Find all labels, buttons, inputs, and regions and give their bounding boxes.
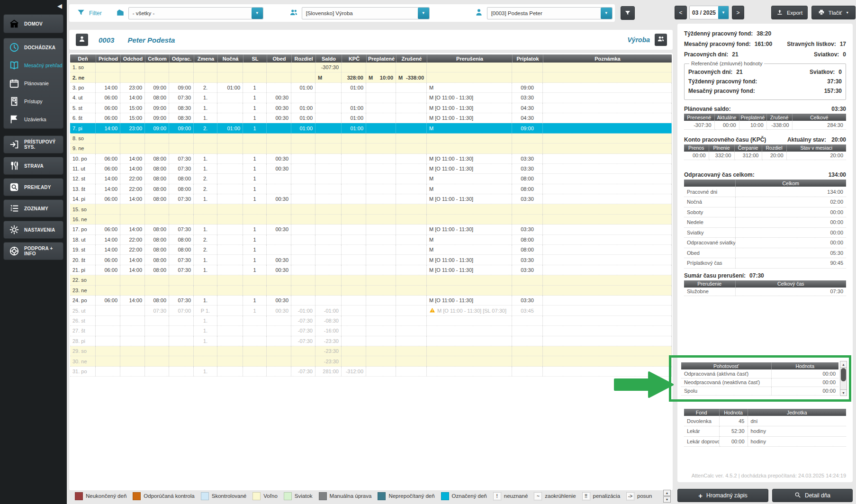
column-header-ce[interactable]: Celkom [145, 54, 169, 63]
day-row[interactable]: 24. po06:0014:0008:0007:301.100:30M [O 1… [70, 296, 672, 306]
sidebar-item-book[interactable]: Mesačný prehľad [4, 56, 63, 74]
day-row[interactable]: 19. st14:0022:0008:0008:002.1M08:00 [70, 245, 672, 255]
column-header-zm[interactable]: Zmena [194, 54, 217, 63]
sidebar-item-search[interactable]: PREHĽADY [3, 178, 63, 196]
chevron-down-icon[interactable]: ▼ [601, 8, 612, 19]
day-row[interactable]: 9. ne [70, 144, 672, 153]
cell-ob: 00:30 [267, 103, 291, 113]
prev-month-button[interactable]: < [675, 6, 687, 19]
cell-ce: 08:00 [145, 154, 169, 163]
day-row[interactable]: 30. ne-23:30 [70, 356, 672, 366]
sidebar-item-support[interactable]: PODPORA + INFO [3, 242, 63, 260]
day-row[interactable]: 26. st1.-07:30-08:30 [70, 316, 672, 326]
day-row[interactable]: 16. ne [70, 215, 672, 225]
printer-icon [818, 9, 825, 17]
sidebar-item-gear[interactable]: NASTAVENIA [3, 221, 63, 239]
column-header-d[interactable]: Deň [70, 54, 96, 63]
day-row[interactable]: 18. ut14:0022:0008:0008:002.1M08:00 [70, 235, 672, 245]
column-header-ro[interactable]: Rozdiel [291, 54, 315, 63]
day-row[interactable]: 13. št14:0022:0008:0008:002.1M08:00 [70, 184, 672, 194]
column-header-pl[interactable]: Príplatok [512, 54, 543, 63]
column-header-ob[interactable]: Obed [267, 54, 291, 63]
column-header-pr[interactable]: Príchod [96, 54, 120, 63]
column-header-pe[interactable]: Prerušenia [427, 54, 512, 63]
cell-pp [366, 265, 396, 275]
sidebar-item-numbered-list[interactable]: ZOZNAMY [3, 199, 63, 217]
team-icon [289, 8, 298, 18]
day-row[interactable]: 21. pi06:0014:0008:0007:301.100:30M [O 1… [70, 265, 672, 275]
column-header-pz[interactable]: Poznámka [543, 54, 672, 63]
day-row[interactable]: 11. ut06:0014:0008:0007:301.100:30M [O 1… [70, 164, 672, 174]
employee-badge[interactable] [76, 34, 88, 46]
column-header-pp[interactable]: Preplatené [366, 54, 396, 63]
day-row[interactable]: 15. so [70, 204, 672, 214]
month-selector[interactable]: 03 / 2025 ▼ [689, 6, 729, 19]
day-row[interactable]: 10. po06:0014:0008:0007:301.100:30M [O 1… [70, 154, 672, 164]
scrollbar-thumb[interactable] [841, 368, 846, 381]
chevron-down-icon[interactable]: ▼ [418, 8, 429, 19]
sidebar-item-calendar[interactable]: Plánovanie [4, 74, 63, 92]
next-month-button[interactable]: > [732, 6, 744, 19]
day-row[interactable]: 31. po1.-07:30281:00-312:00 [70, 367, 672, 377]
day-row[interactable]: 25. ut07:3007:00P 1.100:30-01:00-01:00M … [70, 306, 672, 315]
column-header-op[interactable]: Odprac. [169, 54, 194, 63]
chevron-down-icon[interactable]: ▼ [718, 6, 729, 19]
cell-ce: 09:00 [145, 123, 169, 133]
sidebar-item-flag[interactable]: Uzávierka [4, 110, 63, 128]
employee-filter-dropdown[interactable]: [0003] Podesta Peter ▼ [487, 7, 613, 19]
day-row[interactable]: 22. so [70, 275, 672, 285]
column-header-no[interactable]: Nočná [217, 54, 243, 63]
day-row[interactable]: 7. pi14:0023:0009:0009:002.01:00101:0001… [70, 123, 672, 133]
cell-zm: 1. [194, 225, 217, 234]
day-row[interactable]: 3. po14:0023:0009:0009:002.01:00101:0001… [70, 83, 672, 93]
column-header-zr[interactable]: Zrušené [396, 54, 427, 63]
day-row[interactable]: 2. neM328:00M10:00M-338:00 [70, 72, 672, 82]
day-row[interactable]: 1. so-307:30 [70, 63, 672, 72]
day-row[interactable]: 29. so-23:30 [70, 346, 672, 356]
cell-zr [396, 275, 427, 285]
sidebar-item-domov[interactable]: DOMOV [3, 14, 63, 33]
chevron-down-icon[interactable]: ▼ [252, 8, 263, 19]
day-row[interactable]: 27. št1.-07:30-16:00 [70, 326, 672, 336]
cell-no [217, 72, 243, 82]
org-filter-dropdown[interactable]: - všetky - ▼ [128, 7, 263, 19]
day-row[interactable]: 28. pi1.-07:30-23:30 [70, 336, 672, 346]
sidebar-item-cutlery[interactable]: STRAVA [3, 157, 63, 175]
cell-pr: 06:00 [96, 255, 120, 264]
cell-kp [342, 63, 366, 72]
sidebar-item-dochadzka[interactable]: DOCHÁDZKA [4, 38, 63, 56]
bulk-entry-button[interactable]: + Hromadný zápis [677, 489, 768, 502]
column-header-kp[interactable]: KPČ [342, 54, 366, 63]
scroll-down-icon[interactable]: ▼ [840, 389, 847, 396]
day-row[interactable]: 5. st06:0015:0009:0008:301.100:3001:0001… [70, 103, 672, 113]
collapse-sidebar-icon[interactable]: ◀ [57, 2, 62, 9]
apply-filter-button[interactable] [621, 6, 635, 20]
day-row[interactable]: 20. št06:0014:0008:0007:301.100:30M [O 1… [70, 255, 672, 265]
legend-label: Manuálna úprava [330, 493, 372, 499]
day-detail-button[interactable]: Detail dňa [772, 489, 853, 502]
print-button[interactable]: Tlačiť ▼ [811, 6, 856, 19]
column-header-sa[interactable]: Saldo [315, 54, 342, 63]
day-row[interactable]: 6. št06:0015:0009:0008:301.100:3001:0001… [70, 113, 672, 123]
legend-symbol-item: !neuznané [493, 492, 528, 500]
day-row[interactable]: 14. pi06:0014:0008:0007:301.100:30M [O 1… [70, 194, 672, 204]
cell-ce [145, 346, 169, 356]
export-button[interactable]: Export [771, 6, 808, 19]
cell-ro: 01:00 [291, 123, 315, 133]
column-header-sl[interactable]: SL [243, 54, 267, 63]
day-row[interactable]: 23. ne [70, 286, 672, 296]
cell-ob [267, 326, 291, 335]
department-badge[interactable] [655, 34, 667, 46]
column-header-od[interactable]: Odchod [120, 54, 145, 63]
standby-scrollbar[interactable]: ▲ ▼ [840, 361, 847, 396]
sidebar-item-door-arrow[interactable]: PRÍSTUPOVÝ SYS. [3, 135, 63, 153]
day-row[interactable]: 17. po06:0014:0008:0007:301.100:30M [O 1… [70, 225, 672, 234]
sidebar-item-door[interactable]: Prístupy [4, 92, 63, 110]
day-row[interactable]: 4. ut06:0014:0008:0007:301.100:30M [O 11… [70, 93, 672, 103]
day-row[interactable]: 12. st14:0022:0008:0008:002.1M08:00 [70, 174, 672, 184]
spinner-up-icon[interactable]: ▲ [663, 490, 671, 496]
day-row[interactable]: 8. so [70, 134, 672, 144]
scroll-up-icon[interactable]: ▲ [840, 361, 847, 368]
spinner-down-icon[interactable]: ▼ [663, 496, 671, 503]
team-filter-dropdown[interactable]: [Slovensko] Výroba ▼ [302, 7, 430, 19]
